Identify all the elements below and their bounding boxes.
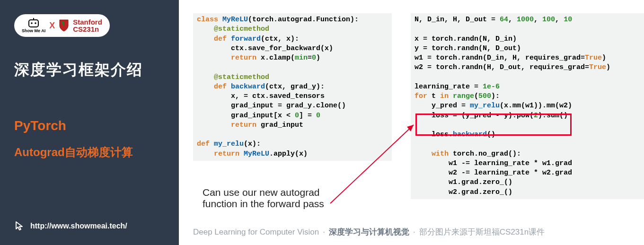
highlight-box (415, 114, 572, 136)
main-content: class MyReLU(torch.autograd.Function): @… (179, 0, 644, 245)
caption: Can use our new autograd function in the… (203, 187, 324, 210)
stanford-label: Stanford (73, 18, 102, 26)
robot-icon (27, 18, 40, 28)
caption-line1: Can use our new autograd (203, 187, 324, 198)
svg-point-2 (35, 22, 36, 24)
credit-2: 深度学习与计算机视觉 (329, 227, 409, 237)
sidebar-subtitle-autograd: Autograd自动梯度计算 (14, 145, 165, 160)
sidebar-title: 深度学习框架介绍 (14, 60, 165, 80)
credit-3: 部分图片来源于斯坦福CS231n课件 (419, 227, 545, 237)
showmeai-logo: Show Me AI (22, 18, 45, 33)
code-block-right: N, D_in, H, D_out = 64, 1000, 100, 10 x … (411, 13, 644, 199)
sidebar: Show Me AI X Stanford CS231n 深度学习框架介绍 Py… (0, 0, 179, 245)
bottom-credits: Deep Learning for Computer Vision · 深度学习… (193, 227, 630, 237)
dot-separator: · (413, 228, 415, 237)
sidebar-subtitle-pytorch: PyTorch (14, 118, 165, 133)
badge-x: X (49, 21, 55, 31)
dot-separator: · (323, 228, 325, 237)
cursor-icon (14, 220, 26, 232)
credit-1: Deep Learning for Computer Vision (193, 228, 319, 237)
footer-url: http://www.showmeai.tech/ (30, 222, 127, 230)
svg-rect-0 (29, 20, 38, 27)
cs231n-label: CS231n (73, 26, 102, 33)
stanford-shield-icon (59, 19, 69, 32)
stanford-text: Stanford CS231n (72, 18, 102, 33)
svg-point-1 (31, 22, 33, 24)
code-block-left: class MyReLU(torch.autograd.Function): @… (193, 13, 392, 161)
caption-line2: function in the forward pass (203, 198, 324, 210)
footer-link[interactable]: http://www.showmeai.tech/ (14, 220, 127, 232)
showmeai-text: Show Me AI (22, 28, 45, 33)
badge: Show Me AI X Stanford CS231n (14, 14, 110, 37)
